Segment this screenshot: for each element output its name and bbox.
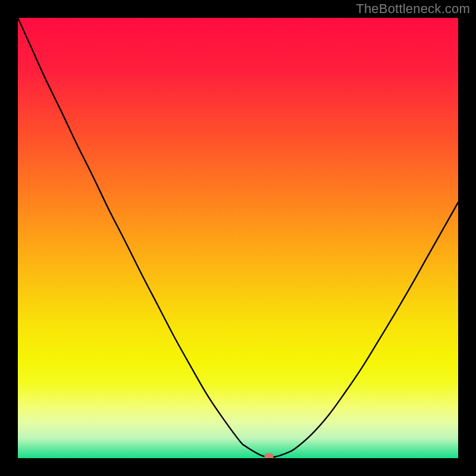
watermark-text: TheBottleneck.com — [356, 1, 470, 17]
bottleneck-curve — [18, 18, 458, 458]
chart-frame: TheBottleneck.com — [0, 0, 476, 476]
plot-area — [18, 18, 458, 458]
optimal-point-marker — [264, 453, 273, 458]
